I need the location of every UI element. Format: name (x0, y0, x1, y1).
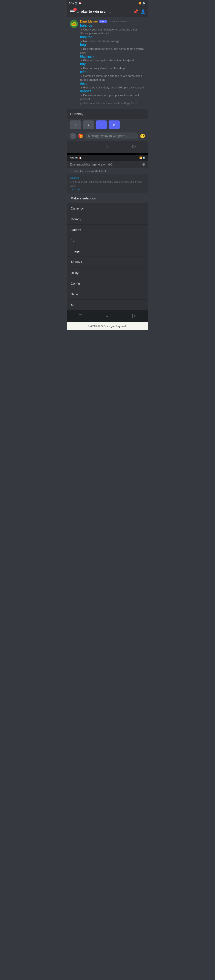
first-page-button[interactable]: « (70, 121, 81, 129)
watermark-text: المسوحة ضوليا ب CamScanner (88, 325, 127, 328)
blurred-bankrob-link: bankrob (70, 188, 80, 191)
command-link-deposit[interactable]: deposit (80, 89, 91, 93)
double-left-icon: « (74, 123, 76, 127)
command-link-buy[interactable]: buy (80, 62, 86, 66)
command-bankrob: bankrob ↳ Rob someone's bank storage! (80, 35, 145, 43)
home-button-2[interactable]: ○ (106, 313, 109, 318)
command-link-beg[interactable]: beg (80, 43, 86, 46)
back-button-2[interactable]: ▷ (132, 313, 136, 318)
top-nav: 1 # play-to-win-prem... 📌 👤 (67, 6, 148, 17)
timestamp: Today at 8:45 PM (109, 20, 127, 23)
next-page-button[interactable]: › (96, 121, 107, 129)
command-daily: daily ↳ Get some coins daily, and build … (80, 81, 145, 89)
bottom-nav-2: □ ○ ▷ (67, 310, 148, 322)
menu-label-all: All (71, 303, 144, 307)
prev-page-button[interactable]: ‹ (83, 121, 94, 129)
selection-title: Make a selection (71, 196, 96, 200)
blurred-message-preview: 0x: Idk, it's more subtle I think (67, 168, 148, 174)
menu-label-memey: Memey (71, 217, 144, 221)
screen-1: A:۱۵ 📷 ⏰ 📶 📡 1 # play-to-win-prem... 📌 👤… (67, 0, 148, 153)
people-icon[interactable]: 👤 (141, 9, 145, 14)
status-bar-2: A:۱۵ 📷 ⏰ 📶📡 (67, 155, 148, 161)
hamburger-line-2 (70, 11, 75, 12)
menu-item-utility[interactable]: Utility (67, 267, 148, 278)
command-deposit: deposit ↳ Deposit money from your pocket… (80, 89, 145, 101)
wifi-icon: 📶 (138, 2, 141, 5)
menu-item-fun[interactable]: Fun (67, 235, 148, 246)
menu-item-currency[interactable]: Currency (67, 203, 148, 214)
command-link-daily[interactable]: daily (80, 81, 87, 85)
alarm-icon: ⏰ (79, 2, 82, 5)
command-link-crime[interactable]: crime (80, 70, 88, 74)
message-input-row: + 🎁 Message #play-to-win-prem... 🙂 (67, 131, 148, 141)
watermark: المسوحة ضوليا ب CamScanner (67, 322, 148, 330)
command-link-blackjack[interactable]: blackjack (80, 54, 95, 58)
category-menu: Currency Memey Games Fun Image Animals U… (67, 203, 148, 310)
menu-item-games[interactable]: Games (67, 224, 148, 235)
menu-label-currency: Currency (71, 207, 144, 210)
menu-item-image[interactable]: Image (67, 246, 148, 257)
screen-separator (67, 153, 148, 155)
page-hint: pls help <cmd> to see more details — Pag… (80, 102, 145, 105)
square-button[interactable]: □ (79, 144, 82, 149)
currency-label: Currency (70, 112, 83, 116)
menu-item-config[interactable]: Config (67, 278, 148, 289)
pin-icon[interactable]: 📌 (133, 9, 138, 14)
notification-badge: 1 (73, 8, 77, 11)
menu-item-all[interactable]: All (67, 300, 148, 310)
time: A:۱۵ (69, 2, 74, 5)
username: Dank Memer (80, 20, 98, 23)
menu-item-animals[interactable]: Animals (67, 257, 148, 267)
status-right: 📶 📡 (138, 2, 145, 5)
menu-label-utility: Utility (71, 271, 144, 275)
camera-icon: 📷 (75, 2, 78, 5)
square-button-2[interactable]: □ (79, 313, 82, 318)
gift-icon[interactable]: 🎁 (78, 133, 83, 138)
message-area: 🐸 Dank Memer ✓ BOT Today at 8:45 PM bala… (67, 17, 148, 107)
blurred-text: Idk, it's more subtle I think (74, 170, 106, 173)
command-desc-bankrob: ↳ Rob someone's bank storage! (80, 40, 120, 43)
hashtag-icon: # (77, 9, 80, 14)
top-nav-icons: 📌 👤 (133, 9, 145, 14)
command-desc-crime: ↳ Commit a crime for a chance to win som… (80, 74, 142, 81)
command-blackjack: blackjack ↳ Play and bet against the bot… (80, 54, 145, 62)
hamburger-line-3 (70, 13, 75, 13)
command-crime: crime ↳ Commit a crime for a chance to w… (80, 70, 145, 81)
time-2: A:۱۵ 📷 ⏰ (70, 156, 82, 159)
menu-label-nsfw: Nsfw (71, 293, 144, 296)
settings-icon[interactable]: ⚙ (142, 162, 145, 167)
blurred-speaker: 0x: (70, 170, 74, 173)
command-desc-daily: ↳ Get some coins daily, and build up a d… (80, 86, 144, 89)
menu-label-image: Image (71, 250, 144, 253)
last-page-button[interactable]: » (109, 121, 120, 129)
commands-list: balance ↳ Check your coin balance, or so… (80, 24, 145, 101)
menu-item-memey[interactable]: Memey (67, 214, 148, 224)
message-header: Dank Memer ✓ BOT Today at 8:45 PM (80, 20, 145, 23)
hamburger-button[interactable]: 1 (70, 9, 76, 14)
command-balance: balance ↳ Check your coin balance, or so… (80, 24, 145, 35)
menu-label-games: Games (71, 228, 144, 232)
checkmark-icon: ✓ (100, 21, 102, 22)
command-link-balance[interactable]: balance (80, 24, 92, 27)
blurred-bot-preview: balance Check your coin balance, or some… (67, 174, 148, 193)
menu-label-fun: Fun (71, 239, 144, 242)
status-left: A:۱۵ 📷 ⏰ (69, 2, 82, 5)
message-input[interactable]: Message #play-to-win-prem... (85, 132, 138, 139)
screen-2: A:۱۵ 📷 ⏰ 📶📡 Epistemophilics #general-cha… (67, 155, 148, 322)
back-button[interactable]: ▷ (132, 144, 136, 149)
home-button[interactable]: ○ (106, 144, 109, 149)
selection-header: Make a selection (67, 193, 148, 203)
left-icon: ‹ (88, 123, 89, 127)
command-desc-buy: ↳ Buy currency items from the shop! (80, 67, 126, 70)
status-bar-1: A:۱۵ 📷 ⏰ 📶 📡 (67, 0, 148, 6)
command-desc-balance: ↳ Check your coin balance, or someone el… (80, 28, 138, 35)
command-link-bankrob[interactable]: bankrob (80, 35, 93, 39)
menu-item-nsfw[interactable]: Nsfw (67, 289, 148, 300)
message-content: Dank Memer ✓ BOT Today at 8:45 PM balanc… (80, 20, 145, 105)
command-beg: beg ↳ Beg strangers for coins, and some … (80, 43, 145, 54)
currency-selector[interactable]: Currency › (67, 109, 148, 119)
blurred-balance-link: balance (70, 176, 80, 180)
add-attachment-button[interactable]: + (70, 133, 76, 139)
bot-message-row: 🐸 Dank Memer ✓ BOT Today at 8:45 PM bala… (70, 20, 145, 105)
emoji-icon[interactable]: 🙂 (140, 133, 145, 138)
